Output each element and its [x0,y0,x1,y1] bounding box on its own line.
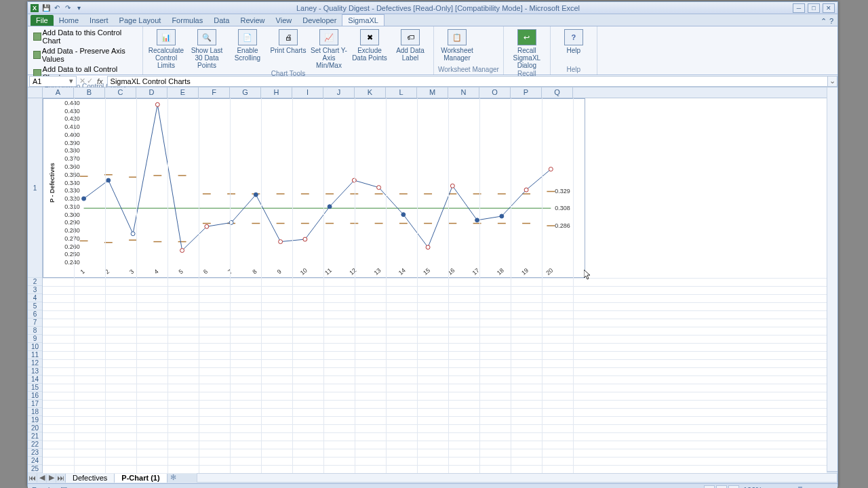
tab-page-layout[interactable]: Page Layout [114,15,167,26]
tab-nav-last-icon[interactable]: ⏭ [56,473,66,483]
row-header[interactable]: 23 [28,449,42,457]
page-break-view-icon[interactable] [728,485,739,489]
zoom-in-icon[interactable]: + [829,486,833,489]
chevron-down-icon[interactable]: ▾ [69,77,73,85]
name-box[interactable]: A1▾ [29,76,77,87]
row-header[interactable]: 15 [28,384,42,392]
zoom-level[interactable]: 100% [743,486,762,489]
cancel-icon[interactable]: ✕ [79,77,85,85]
row-header[interactable]: 7 [28,319,42,327]
svg-text:13: 13 [373,267,382,277]
row-header[interactable]: 14 [28,375,42,384]
row-header[interactable]: 10 [28,343,42,351]
column-header[interactable]: F [199,87,230,98]
row-header[interactable]: 24 [28,457,42,465]
show-last-30-button[interactable]: 🔍Show Last 30 Data Points [188,28,226,69]
column-header[interactable]: K [355,87,386,98]
control-chart[interactable]: 0.2400.2500.2600.2700.2800.2900.3000.310… [43,98,585,278]
add-data-label-button[interactable]: 🏷Add Data Label [391,28,429,69]
row-header[interactable]: 8 [28,327,42,335]
redo-icon[interactable]: ↷ [63,3,73,13]
row-header[interactable]: 22 [28,441,42,449]
row-header[interactable]: 4 [28,294,42,302]
fx-icon[interactable]: fx [97,77,103,85]
row-header[interactable]: 5 [28,302,42,310]
row-header[interactable]: 21 [28,432,42,441]
column-header[interactable]: G [230,87,261,98]
row-header[interactable]: 6 [28,310,42,319]
tab-nav-prev-icon[interactable]: ◀ [37,473,47,483]
maximize-button[interactable]: □ [808,3,820,13]
row-header[interactable]: 11 [28,351,42,359]
tab-insert[interactable]: Insert [84,15,114,26]
column-header[interactable]: P [511,87,542,98]
row-header[interactable]: 19 [28,416,42,424]
select-all-corner[interactable] [28,87,43,98]
column-header[interactable]: J [323,87,355,98]
add-data-this-chart-button[interactable]: Add Data to this Control Chart [32,28,138,45]
undo-icon[interactable]: ↶ [52,3,62,13]
column-header[interactable]: O [479,87,511,98]
help-icon[interactable]: ? [829,17,833,26]
save-icon[interactable]: 💾 [41,3,51,13]
sheet-tab-pchart[interactable]: P-Chart (1) [114,472,167,483]
tab-home[interactable]: Home [54,15,84,26]
ribbon-minimize-icon[interactable]: ⌃ [821,17,827,26]
row-header[interactable]: 13 [28,367,42,375]
print-charts-button[interactable]: 🖨Print Charts [269,28,307,69]
set-y-axis-button[interactable]: 📈Set Chart Y-Axis Min/Max [310,28,348,69]
column-header[interactable]: H [261,87,292,98]
column-header[interactable]: M [417,87,448,98]
row-header[interactable]: 20 [28,424,42,432]
recalculate-button[interactable]: 📊Recalculate Control Limits [147,28,185,69]
row-header[interactable]: 18 [28,408,42,416]
column-header[interactable]: E [167,87,199,98]
column-header[interactable]: L [386,87,417,98]
column-header[interactable]: B [74,87,105,98]
row-header[interactable]: 3 [28,286,42,294]
tab-data[interactable]: Data [208,15,235,26]
row-header[interactable]: 12 [28,359,42,367]
close-button[interactable]: ✕ [823,3,835,13]
sheet-tab-defectives[interactable]: Defectives [65,472,115,483]
add-data-preserve-button[interactable]: Add Data - Preserve Axis Values [32,46,138,64]
row-header[interactable]: 16 [28,392,42,400]
recall-dialog-button[interactable]: ↩Recall SigmaXL Dialog [508,28,546,69]
column-header[interactable]: C [105,87,136,98]
column-header[interactable]: I [292,87,323,98]
tab-view[interactable]: View [271,15,298,26]
tab-nav-first-icon[interactable]: ⏮ [28,473,37,483]
tab-developer[interactable]: Developer [297,15,342,26]
row-header[interactable]: 25 [28,465,42,473]
column-header[interactable]: Q [542,87,573,98]
tab-sigmaxl[interactable]: SigmaXL [342,14,384,26]
help-button[interactable]: ?Help [555,28,593,65]
column-header[interactable]: A [43,87,74,98]
vertical-scrollbar[interactable] [827,87,837,471]
worksheet-manager-button[interactable]: 📋Worksheet Manager [438,28,476,65]
normal-view-icon[interactable] [704,485,715,489]
horizontal-scrollbar[interactable] [197,473,837,483]
exclude-points-button[interactable]: ✖Exclude Data Points [351,28,389,69]
column-header[interactable]: D [136,87,167,98]
column-header[interactable]: N [448,87,479,98]
enter-icon[interactable]: ✓ [87,77,93,85]
tab-file[interactable]: File [31,15,54,26]
enable-scrolling-button[interactable]: 📄Enable Scrolling [229,28,267,69]
row-header[interactable]: 1 [28,98,42,278]
tab-review[interactable]: Review [235,15,270,26]
zoom-out-icon[interactable]: − [765,486,769,489]
qat-dropdown-icon[interactable]: ▾ [74,3,83,13]
row-header[interactable]: 2 [28,278,42,286]
formula-input[interactable]: SigmaXL Control Charts [107,76,828,87]
row-header[interactable]: 17 [28,400,42,408]
tab-formulas[interactable]: Formulas [166,15,208,26]
macro-record-icon[interactable]: ▣ [60,485,67,488]
tab-nav-next-icon[interactable]: ▶ [47,473,56,483]
grid-cells[interactable]: 0.2400.2500.2600.2700.2800.2900.3000.310… [43,98,827,473]
new-sheet-icon[interactable]: ✻ [170,473,176,482]
row-header[interactable]: 9 [28,335,42,343]
minimize-button[interactable]: ─ [793,3,805,13]
page-layout-view-icon[interactable] [716,485,727,489]
expand-formula-icon[interactable]: ⌄ [828,76,837,87]
